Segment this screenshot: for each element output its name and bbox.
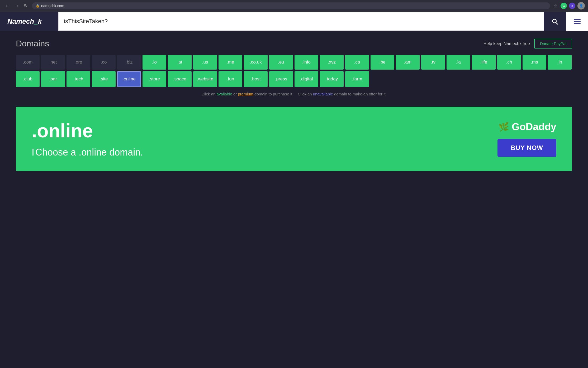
domain-tag-online[interactable]: .online: [117, 71, 141, 87]
extension-icon[interactable]: e: [569, 3, 575, 9]
address-bar-url: namechk.com: [41, 4, 64, 8]
domain-tag-fun[interactable]: .fun: [219, 71, 242, 87]
domain-tag-in[interactable]: .in: [548, 55, 572, 70]
hamburger-line-2: [574, 21, 581, 22]
domain-tag-store[interactable]: .store: [143, 71, 166, 87]
buy-now-button[interactable]: BUY NOW: [497, 139, 556, 157]
domain-tag-eu[interactable]: .eu: [269, 55, 293, 70]
logo-area: Namech_k: [0, 12, 58, 31]
info-part3: domain to purchase it. Click an: [254, 92, 313, 96]
domain-tag-digital[interactable]: .digital: [295, 71, 318, 87]
lock-icon: 🔒: [36, 4, 40, 8]
browser-nav-buttons: ← → ↻: [3, 2, 29, 9]
grammarly-extension-icon[interactable]: G: [561, 3, 567, 9]
donate-text: Help keep Namechk free: [483, 41, 530, 46]
domain-tag-me[interactable]: .me: [219, 55, 242, 70]
ad-domain-text: .online: [32, 120, 143, 142]
available-label: available: [217, 92, 232, 96]
domain-tag-space[interactable]: .space: [168, 71, 192, 87]
forward-button[interactable]: →: [13, 3, 21, 9]
domain-tag-press[interactable]: .press: [269, 71, 293, 87]
premium-label: premium: [238, 92, 253, 96]
refresh-button[interactable]: ↻: [22, 2, 29, 9]
hamburger-icon: [574, 19, 581, 24]
address-bar[interactable]: 🔒 namechk.com: [32, 2, 550, 9]
browser-actions: ☆ G e 👤: [553, 2, 585, 9]
domain-tag-tv[interactable]: .tv: [421, 55, 445, 70]
domain-tag-ms[interactable]: .ms: [523, 55, 546, 70]
domain-grid: .com.net.org.co.biz.io.at.us.me.co.uk.eu…: [16, 55, 572, 87]
domain-tag-us[interactable]: .us: [193, 55, 217, 70]
domain-tag-website[interactable]: .website: [193, 71, 217, 87]
domain-tag-farm[interactable]: .farm: [345, 71, 369, 87]
domain-tag-ca[interactable]: .ca: [345, 55, 369, 70]
domain-tag-bar[interactable]: .bar: [41, 71, 65, 87]
hamburger-line-3: [574, 23, 581, 24]
donate-button[interactable]: Donate PayPal: [534, 39, 572, 49]
ad-left: .online I Choose a .online domain.: [32, 120, 143, 158]
domain-tag-site[interactable]: .site: [92, 71, 116, 87]
domain-tag-com[interactable]: .com: [16, 55, 40, 70]
content-area: Domains Help keep Namechk free Donate Pa…: [0, 31, 588, 179]
domain-tag-club[interactable]: .club: [16, 71, 40, 87]
menu-button[interactable]: [566, 12, 588, 31]
domain-tag-today[interactable]: .today: [320, 71, 344, 87]
logo-underscore: _: [34, 17, 38, 25]
info-text: Click an available or premium domain to …: [16, 92, 572, 96]
info-part1: Click an: [201, 92, 217, 96]
ad-right: 🌿 GoDaddy BUY NOW: [497, 121, 556, 157]
domain-tag-be[interactable]: .be: [371, 55, 394, 70]
ad-tagline: Choose a .online domain.: [35, 147, 143, 158]
hamburger-line-1: [574, 19, 581, 20]
ad-cursor: I: [32, 147, 34, 158]
domain-tag-am[interactable]: .am: [396, 55, 420, 70]
domain-tag-co[interactable]: .co: [92, 55, 116, 70]
info-part4: domain to make an offer for it.: [334, 92, 387, 96]
search-button[interactable]: [544, 12, 566, 31]
domain-tag-io[interactable]: .io: [143, 55, 166, 70]
browser-chrome: ← → ↻ 🔒 namechk.com ☆ G e 👤: [0, 0, 588, 12]
unavailable-label: unavailable: [313, 92, 333, 96]
profile-avatar[interactable]: 👤: [577, 2, 585, 9]
domains-header: Domains Help keep Namechk free Donate Pa…: [16, 39, 572, 49]
app-container: Namech_k Domains Help: [0, 12, 588, 368]
domains-title: Domains: [16, 39, 49, 49]
domain-tag-at[interactable]: .at: [168, 55, 192, 70]
godaddy-logo: 🌿 GoDaddy: [499, 121, 556, 133]
header: Namech_k: [0, 12, 588, 31]
domain-tag-co.uk[interactable]: .co.uk: [244, 55, 268, 70]
domain-tag-biz[interactable]: .biz: [117, 55, 141, 70]
search-input[interactable]: [58, 12, 544, 31]
domain-tag-ch[interactable]: .ch: [497, 55, 521, 70]
logo: Namech_k: [7, 17, 42, 26]
donate-area: Help keep Namechk free Donate PayPal: [483, 39, 572, 49]
info-part2: or: [233, 92, 238, 96]
domain-tag-info[interactable]: .info: [295, 55, 318, 70]
domain-tag-xyz[interactable]: .xyz: [320, 55, 344, 70]
domain-tag-org[interactable]: .org: [67, 55, 90, 70]
domain-tag-tech[interactable]: .tech: [67, 71, 90, 87]
domain-tag-net[interactable]: .net: [41, 55, 65, 70]
bookmark-button[interactable]: ☆: [553, 2, 558, 9]
godaddy-icon: 🌿: [499, 122, 509, 132]
search-area: [58, 12, 588, 31]
godaddy-text: GoDaddy: [512, 121, 556, 133]
domain-tag-life[interactable]: .life: [472, 55, 496, 70]
back-button[interactable]: ←: [3, 3, 11, 9]
domain-tag-la[interactable]: .la: [447, 55, 470, 70]
domain-tag-host[interactable]: .host: [244, 71, 268, 87]
search-icon: [551, 18, 558, 25]
ad-banner: .online I Choose a .online domain. 🌿 GoD…: [16, 107, 572, 171]
